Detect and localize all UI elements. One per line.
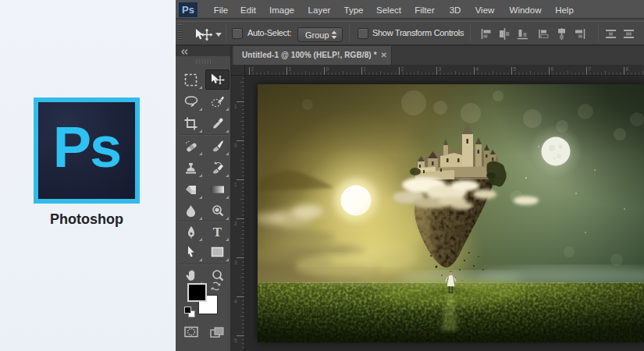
svg-text:7: 7: [589, 66, 592, 72]
svg-text:8: 8: [626, 66, 629, 72]
svg-text:3: 3: [234, 260, 237, 265]
svg-text:6: 6: [551, 66, 554, 72]
svg-text:1: 1: [234, 182, 237, 187]
svg-text:1: 1: [234, 104, 237, 109]
svg-text:0: 0: [326, 66, 329, 72]
svg-text:2: 2: [234, 221, 237, 226]
svg-text:1: 1: [364, 66, 367, 72]
svg-text:T: T: [213, 225, 222, 238]
svg-text:1: 1: [289, 66, 292, 72]
svg-text:2: 2: [401, 66, 404, 72]
svg-text:0: 0: [234, 143, 237, 148]
svg-text:4: 4: [234, 299, 237, 304]
svg-text:5: 5: [514, 66, 517, 72]
svg-text:2: 2: [251, 66, 254, 72]
svg-text:5: 5: [234, 338, 237, 343]
svg-text:3: 3: [439, 66, 442, 72]
svg-text:4: 4: [476, 66, 479, 72]
